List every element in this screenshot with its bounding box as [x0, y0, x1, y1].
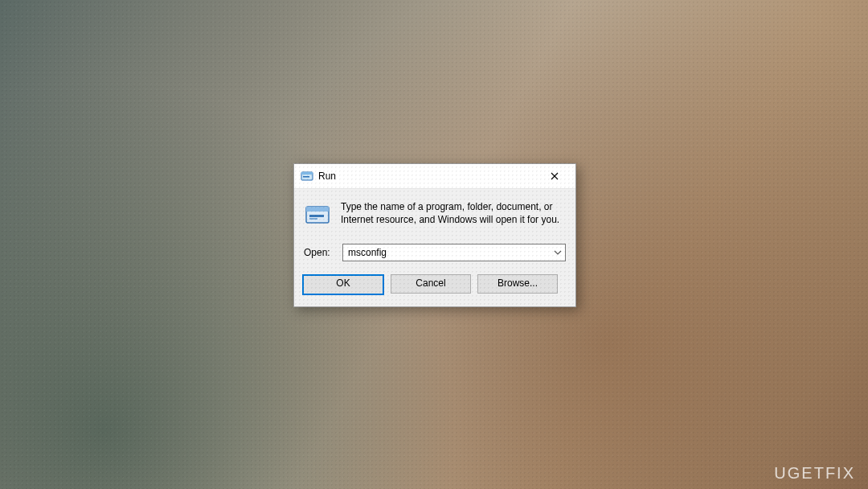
svg-rect-6 [306, 207, 329, 212]
title-bar[interactable]: Run [294, 164, 575, 189]
button-row: OK Cancel Browse... [304, 261, 566, 306]
run-dialog: Run Type the name of a progr [293, 163, 576, 307]
desktop-background: Run Type the name of a progr [0, 0, 868, 489]
open-combobox[interactable] [342, 244, 566, 261]
svg-rect-1 [301, 172, 313, 175]
run-title-icon [301, 170, 313, 183]
dialog-title: Run [318, 171, 538, 182]
ok-button[interactable]: OK [302, 274, 384, 295]
combobox-dropdown-button[interactable] [550, 244, 566, 261]
svg-rect-8 [309, 218, 317, 220]
svg-rect-7 [309, 215, 324, 217]
open-row: Open: [304, 244, 566, 261]
watermark-text: UGETFIX [774, 464, 855, 483]
cancel-button[interactable]: Cancel [391, 274, 471, 294]
browse-button[interactable]: Browse... [477, 274, 558, 294]
dialog-content: Type the name of a program, folder, docu… [294, 189, 575, 306]
close-icon [551, 172, 559, 180]
info-row: Type the name of a program, folder, docu… [304, 200, 566, 229]
run-program-icon [304, 202, 331, 229]
chevron-down-icon [554, 250, 562, 255]
close-button[interactable] [538, 165, 571, 187]
svg-rect-2 [303, 176, 309, 178]
info-text: Type the name of a program, folder, docu… [341, 200, 566, 226]
open-input[interactable] [342, 244, 566, 261]
open-label: Open: [304, 247, 334, 258]
